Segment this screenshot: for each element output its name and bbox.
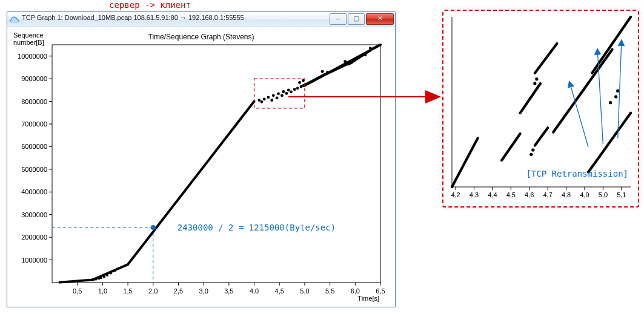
- svg-point-63: [270, 99, 273, 102]
- svg-point-56: [106, 273, 108, 276]
- svg-point-81: [302, 79, 305, 82]
- svg-point-60: [261, 100, 264, 103]
- svg-line-47: [60, 280, 93, 283]
- svg-text:5,5: 5,5: [325, 287, 334, 295]
- svg-point-65: [276, 97, 279, 100]
- svg-line-117: [520, 83, 540, 113]
- svg-line-79: [371, 45, 380, 49]
- svg-point-68: [282, 90, 285, 93]
- page: сервер -> клиент TCP Graph 1: Download_1…: [0, 0, 644, 314]
- svg-point-62: [267, 96, 270, 99]
- svg-text:3000000: 3000000: [21, 211, 47, 218]
- svg-line-116: [502, 134, 520, 160]
- svg-point-67: [281, 94, 284, 97]
- svg-text:4,3: 4,3: [470, 191, 479, 198]
- close-button[interactable]: ✕: [366, 13, 394, 25]
- svg-line-76: [304, 74, 325, 86]
- svg-text:4,8: 4,8: [562, 191, 571, 198]
- svg-text:9000000: 9000000: [21, 75, 47, 82]
- svg-rect-0: [52, 45, 380, 283]
- svg-point-119: [531, 148, 534, 151]
- svg-line-130: [570, 83, 588, 147]
- svg-line-49: [128, 102, 254, 264]
- minimize-button[interactable]: –: [330, 13, 347, 25]
- svg-point-80: [298, 81, 301, 84]
- svg-line-125: [588, 113, 631, 172]
- svg-text:5,0: 5,0: [300, 287, 309, 295]
- svg-point-55: [103, 275, 105, 278]
- svg-point-87: [364, 53, 367, 56]
- zoom-panel: 4,24,34,44,54,64,74,84,95,05,1 [TCP Retr…: [442, 10, 639, 208]
- svg-point-126: [609, 101, 612, 104]
- svg-point-54: [100, 276, 102, 279]
- svg-point-90: [151, 225, 156, 230]
- svg-line-115: [452, 138, 478, 187]
- flow-direction-label: сервер -> клиент: [109, 0, 191, 10]
- maximize-button[interactable]: ▢: [348, 13, 365, 25]
- svg-point-86: [369, 47, 372, 50]
- svg-text:2,0: 2,0: [148, 287, 158, 295]
- throughput-annotation: 2430000 / 2 = 1215000(Byte/sec): [178, 223, 336, 232]
- svg-line-129: [592, 17, 631, 73]
- svg-point-58: [113, 269, 116, 272]
- svg-text:2,5: 2,5: [174, 287, 183, 295]
- svg-text:5000000: 5000000: [21, 166, 47, 173]
- zoom-arrow: [288, 85, 446, 109]
- svg-text:0,5: 0,5: [73, 287, 82, 295]
- svg-point-82: [321, 70, 324, 73]
- svg-text:4,0: 4,0: [250, 287, 259, 295]
- wireshark-icon: [10, 14, 19, 24]
- wireshark-graph-window: TCP Graph 1: Download_10MB.pcap 108.61.5…: [7, 11, 396, 307]
- svg-line-77: [326, 64, 348, 74]
- svg-point-128: [616, 90, 619, 93]
- svg-point-123: [533, 82, 536, 85]
- retransmission-annotation: [TCP Retransmission]: [526, 169, 628, 178]
- svg-line-121: [535, 44, 557, 73]
- main-plot: 1000000200000030000004000000500000060000…: [7, 27, 395, 307]
- chart-area[interactable]: Sequencenumber[B] Time/Sequence Graph (S…: [7, 27, 395, 307]
- window-title: TCP Graph 1: Download_10MB.pcap 108.61.5…: [22, 14, 244, 21]
- svg-point-57: [110, 272, 112, 274]
- svg-line-124: [553, 50, 612, 132]
- svg-text:10000000: 10000000: [18, 53, 47, 60]
- svg-point-120: [529, 153, 533, 156]
- svg-text:4000000: 4000000: [21, 188, 47, 195]
- svg-point-127: [614, 95, 617, 98]
- svg-text:4,6: 4,6: [525, 191, 534, 198]
- svg-text:7000000: 7000000: [21, 120, 47, 128]
- svg-text:8000000: 8000000: [21, 98, 47, 105]
- svg-text:4,2: 4,2: [451, 191, 460, 198]
- svg-line-118: [535, 128, 548, 145]
- window-controls: – ▢ ✕: [330, 13, 394, 25]
- title-bar[interactable]: TCP Graph 1: Download_10MB.pcap 108.61.5…: [7, 12, 395, 27]
- svg-text:4,5: 4,5: [506, 191, 516, 198]
- svg-text:6000000: 6000000: [21, 143, 47, 150]
- svg-point-59: [257, 99, 261, 102]
- svg-text:3,0: 3,0: [199, 287, 208, 295]
- svg-point-85: [350, 62, 353, 65]
- svg-text:4,7: 4,7: [543, 191, 552, 198]
- svg-text:4,5: 4,5: [275, 287, 284, 295]
- svg-text:3,5: 3,5: [224, 287, 233, 295]
- svg-text:5,0: 5,0: [599, 191, 608, 198]
- svg-text:1000000: 1000000: [21, 257, 47, 264]
- svg-text:1,0: 1,0: [98, 287, 107, 295]
- svg-point-69: [285, 92, 288, 95]
- svg-point-122: [535, 77, 538, 80]
- svg-text:4,9: 4,9: [580, 191, 589, 198]
- svg-text:6,5: 6,5: [376, 287, 385, 295]
- svg-text:2000000: 2000000: [21, 234, 47, 241]
- svg-point-83: [326, 71, 329, 74]
- svg-text:6,0: 6,0: [351, 287, 360, 295]
- svg-point-84: [344, 60, 347, 63]
- svg-point-52: [95, 278, 97, 280]
- svg-text:1,5: 1,5: [123, 287, 132, 295]
- svg-text:4,4: 4,4: [488, 191, 497, 198]
- svg-point-61: [263, 97, 266, 100]
- svg-text:5,1: 5,1: [617, 191, 626, 198]
- svg-point-64: [272, 94, 275, 97]
- zoom-inner: 4,24,34,44,54,64,74,84,95,05,1 [TCP Retr…: [447, 15, 634, 203]
- svg-point-66: [277, 92, 280, 95]
- svg-point-51: [92, 278, 95, 281]
